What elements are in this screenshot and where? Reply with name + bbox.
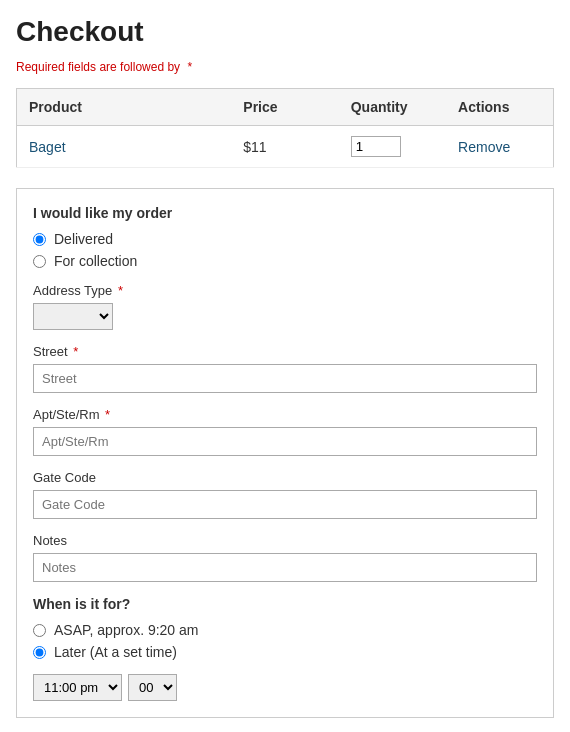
option-later[interactable]: Later (At a set time): [33, 644, 537, 660]
delivery-options: Delivered For collection: [33, 231, 537, 269]
later-label: Later (At a set time): [54, 644, 177, 660]
col-header-price: Price: [231, 89, 338, 126]
select-hour[interactable]: 11:00 pm 11:30 pm 12:00 am: [33, 674, 122, 701]
cell-product: Baget: [17, 126, 232, 168]
input-street[interactable]: [33, 364, 537, 393]
order-form: I would like my order Delivered For coll…: [16, 188, 554, 718]
option-collection[interactable]: For collection: [33, 253, 537, 269]
col-header-quantity: Quantity: [339, 89, 446, 126]
delivered-label: Delivered: [54, 231, 113, 247]
when-options: ASAP, approx. 9:20 am Later (At a set ti…: [33, 622, 537, 660]
collection-label: For collection: [54, 253, 137, 269]
col-header-product: Product: [17, 89, 232, 126]
cell-action: Remove: [446, 126, 553, 168]
asap-label: ASAP, approx. 9:20 am: [54, 622, 199, 638]
input-gate-code[interactable]: [33, 490, 537, 519]
label-apt: Apt/Ste/Rm *: [33, 407, 537, 422]
when-heading: When is it for?: [33, 596, 537, 612]
radio-collection[interactable]: [33, 255, 46, 268]
radio-later[interactable]: [33, 646, 46, 659]
select-address-type[interactable]: Home Work Other: [33, 303, 113, 330]
page-title: Checkout: [16, 16, 554, 48]
field-address-type: Address Type * Home Work Other: [33, 283, 537, 330]
label-street: Street *: [33, 344, 537, 359]
quantity-input[interactable]: [351, 136, 401, 157]
table-row: Baget$11Remove: [17, 126, 554, 168]
field-gate-code: Gate Code: [33, 470, 537, 519]
required-note: Required fields are followed by *: [16, 60, 554, 74]
label-gate-code: Gate Code: [33, 470, 537, 485]
field-apt: Apt/Ste/Rm *: [33, 407, 537, 456]
radio-asap[interactable]: [33, 624, 46, 637]
order-type-heading: I would like my order: [33, 205, 537, 221]
option-asap[interactable]: ASAP, approx. 9:20 am: [33, 622, 537, 638]
col-header-actions: Actions: [446, 89, 553, 126]
option-delivered[interactable]: Delivered: [33, 231, 537, 247]
cart-table: Product Price Quantity Actions Baget$11R…: [16, 88, 554, 168]
cell-quantity: [339, 126, 446, 168]
label-notes: Notes: [33, 533, 537, 548]
label-address-type: Address Type *: [33, 283, 537, 298]
cell-price: $11: [231, 126, 338, 168]
input-apt[interactable]: [33, 427, 537, 456]
input-notes[interactable]: [33, 553, 537, 582]
select-minute[interactable]: 00 15 30 45: [128, 674, 177, 701]
radio-delivered[interactable]: [33, 233, 46, 246]
product-link[interactable]: Baget: [29, 139, 66, 155]
time-row: 11:00 pm 11:30 pm 12:00 am 00 15 30 45: [33, 674, 537, 701]
field-notes: Notes: [33, 533, 537, 582]
field-street: Street *: [33, 344, 537, 393]
remove-button[interactable]: Remove: [458, 139, 510, 155]
